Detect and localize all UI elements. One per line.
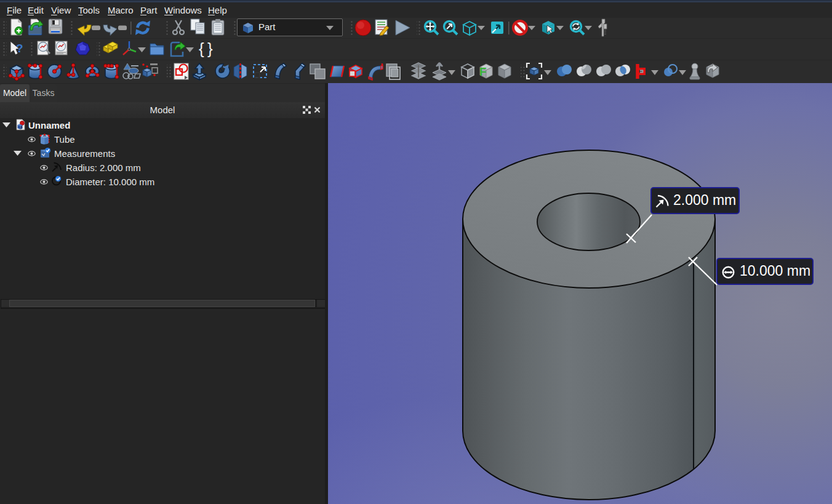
svg-text:{ }: { }	[199, 39, 213, 58]
svg-text:F: F	[479, 65, 487, 78]
svg-text:?: ?	[16, 42, 23, 55]
